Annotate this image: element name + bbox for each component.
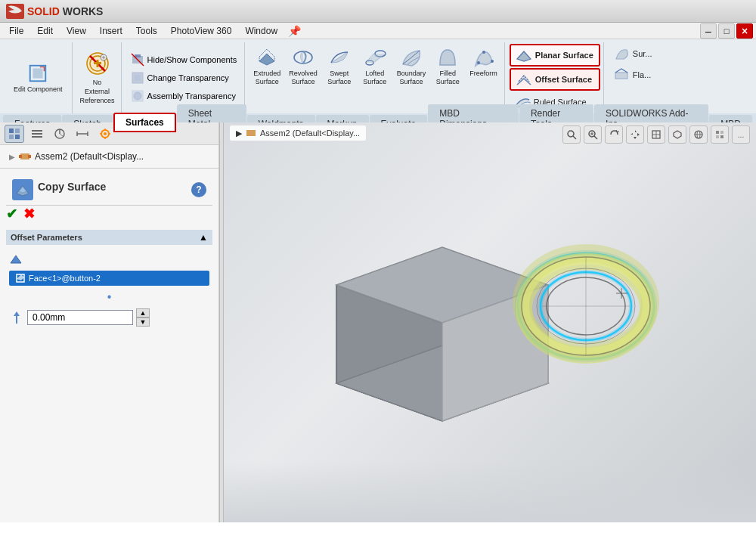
offset-spinner: ▲ ▼ — [136, 308, 150, 327]
tree-header — [0, 122, 218, 145]
svg-rect-60 — [716, 131, 719, 134]
no-external-label: NoExternalReferences — [80, 79, 115, 105]
vp-pan-button[interactable] — [626, 125, 644, 144]
tree-path-arrow: ▶ — [236, 129, 242, 138]
property-manager-icon — [30, 127, 44, 141]
section-title: Offset Parameters — [11, 233, 82, 242]
svg-rect-63 — [720, 135, 723, 138]
filled-surface-button[interactable]: FilledSurface — [430, 44, 465, 112]
freeform-icon — [472, 46, 495, 69]
no-external-references-group[interactable]: NoExternalReferences — [74, 42, 122, 113]
menu-insert[interactable]: Insert — [94, 24, 129, 38]
edit-component-button[interactable]: Edit Component — [9, 60, 67, 96]
offset-value-input[interactable] — [27, 310, 133, 325]
help-button[interactable]: ? — [191, 182, 206, 197]
sw-logo-icon — [6, 4, 24, 19]
swept-surface-icon — [328, 46, 351, 69]
cancel-button[interactable]: ✖ — [23, 206, 35, 222]
extruded-surface-label: ExtrudedSurface — [253, 70, 280, 86]
panel-title: Copy Surface — [38, 181, 106, 193]
window-minimize[interactable]: – — [700, 23, 717, 39]
dimensions-icon — [76, 127, 89, 141]
vp-view4-button[interactable] — [711, 125, 729, 144]
hide-show-label: Hide/Show Components — [147, 55, 237, 64]
face-select-row — [9, 252, 209, 266]
assembly-transparency-button[interactable]: Assembly Transparency — [126, 88, 242, 104]
spinner-up-button[interactable]: ▲ — [136, 308, 150, 317]
fla-label: Fla... — [633, 70, 651, 79]
svg-point-20 — [477, 61, 480, 64]
face-selection-input[interactable]: Face<1>@button-2 — [9, 271, 209, 286]
change-transparency-icon — [131, 71, 144, 85]
swept-surface-button[interactable]: SweptSurface — [322, 44, 357, 112]
window-close[interactable]: × — [736, 23, 753, 39]
view4-icon — [714, 129, 725, 140]
hide-show-icon — [131, 53, 144, 67]
filled-surface-label: FilledSurface — [436, 70, 460, 86]
svg-rect-30 — [32, 136, 42, 138]
config-manager-button[interactable] — [50, 125, 70, 143]
menu-view[interactable]: View — [60, 24, 92, 38]
spinner-down-button[interactable]: ▼ — [136, 317, 150, 327]
viewport[interactable]: ▶ Assem2 (Default<Display... — [224, 122, 756, 522]
offset-parameters-section[interactable]: Offset Parameters ▲ — [6, 230, 212, 245]
feature-manager-button[interactable] — [5, 125, 24, 143]
ribbon-toolbar: Edit Component NoExternalReferences — [0, 39, 756, 113]
vp-search-button[interactable] — [562, 125, 581, 144]
window-maximize[interactable]: □ — [718, 23, 735, 39]
hide-show-button[interactable]: Hide/Show Components — [126, 51, 242, 68]
svg-rect-1 — [33, 68, 43, 78]
tab-surfaces[interactable]: Surfaces — [113, 113, 176, 132]
property-manager-button[interactable] — [27, 125, 47, 143]
fla-icon — [613, 67, 630, 83]
boundary-surface-button[interactable]: BoundarySurface — [393, 44, 430, 112]
assembly-transparency-label: Assembly Transparency — [147, 91, 236, 101]
edit-component-icon — [27, 63, 48, 84]
svg-rect-27 — [15, 135, 20, 139]
revolved-surface-label: RevolvedSurface — [289, 70, 318, 86]
menu-photoview[interactable]: PhotoView 360 — [165, 24, 238, 38]
appearance-button[interactable] — [95, 125, 115, 143]
change-transparency-button[interactable]: Change Transparency — [126, 70, 242, 86]
extruded-surface-button[interactable]: ExtrudedSurface — [249, 44, 284, 112]
title-bar: SOLIDWORKS — [0, 0, 756, 23]
edit-component-label: Edit Component — [14, 85, 63, 93]
fla-button[interactable]: Fla... — [609, 65, 655, 85]
svg-rect-44 — [19, 155, 22, 158]
lofted-surface-button[interactable]: LoftedSurface — [358, 44, 392, 112]
ok-button[interactable]: ✔ — [6, 206, 17, 222]
right-surface-group: Planar Surface Offset Surface Ruled Surf — [507, 42, 604, 113]
assembly-small-icon — [245, 127, 257, 139]
sur-icon — [613, 45, 630, 62]
svg-point-16 — [134, 92, 141, 100]
tree-item-label: Assem2 (Default<Display... — [35, 151, 144, 162]
dimensions-button[interactable] — [73, 125, 92, 143]
zoom-icon — [587, 129, 598, 140]
menu-pin[interactable]: 📌 — [288, 25, 301, 37]
menu-tools[interactable]: Tools — [130, 24, 163, 38]
vp-zoom-button[interactable] — [584, 125, 602, 144]
menu-window[interactable]: Window — [239, 24, 284, 38]
tree-item-assem2[interactable]: ▶ Assem2 (Default<Display... — [6, 148, 212, 165]
menu-file[interactable]: File — [3, 24, 29, 38]
vp-rotate-button[interactable] — [605, 125, 623, 144]
svg-line-33 — [60, 134, 63, 136]
vp-view2-button[interactable] — [668, 125, 686, 144]
offset-row: ▲ ▼ — [9, 308, 209, 327]
vp-options-button[interactable]: ... — [732, 125, 750, 144]
view3-icon — [693, 129, 704, 140]
feature-manager-icon — [8, 127, 21, 141]
face-selection-area: Face<1>@button-2 • ▲ ▼ — [6, 248, 212, 331]
search-icon — [566, 129, 577, 140]
sur-button[interactable]: Sur... — [609, 44, 657, 63]
planar-surface-button[interactable]: Planar Surface — [510, 44, 600, 67]
offset-surface-button[interactable]: Offset Surface — [510, 68, 600, 91]
svg-line-51 — [594, 136, 597, 139]
tree-path-text: Assem2 (Default<Display... — [260, 129, 360, 138]
revolved-surface-button[interactable]: RevolvedSurface — [285, 44, 321, 112]
menu-edit[interactable]: Edit — [31, 24, 59, 38]
vp-view3-button[interactable] — [689, 125, 708, 144]
offset-arrow-icon — [9, 310, 24, 325]
freeform-button[interactable]: Freeform — [466, 44, 501, 112]
vp-view1-button[interactable] — [647, 125, 665, 144]
